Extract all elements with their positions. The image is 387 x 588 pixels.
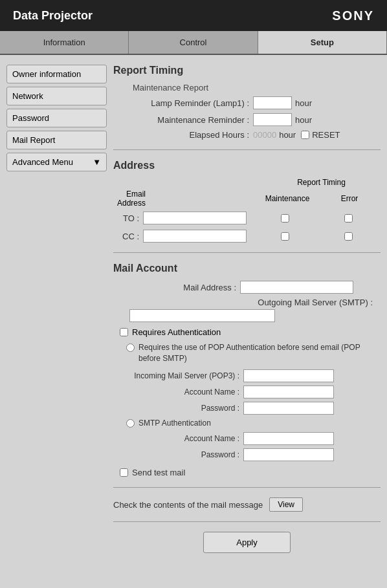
reset-checkbox[interactable] — [301, 131, 309, 139]
apply-button[interactable]: Apply — [203, 532, 291, 553]
advanced-menu-label: Advanced Menu — [12, 157, 73, 167]
smtp-account-name-label: Account Name : — [126, 434, 239, 443]
divider-1 — [113, 149, 381, 150]
sidebar-btn-advanced-menu[interactable]: Advanced Menu ▼ — [6, 153, 107, 171]
divider-4 — [113, 521, 381, 522]
pop-fields: Incoming Mail Server (POP3) : Account Na… — [126, 369, 381, 415]
pop-account-name-label: Account Name : — [126, 387, 239, 397]
pop-password-label: Password : — [126, 404, 239, 413]
pop-password-input[interactable] — [243, 402, 334, 415]
pop-auth-row: Requires the use of POP Authentication b… — [126, 342, 381, 364]
sidebar: Owner information Network Password Mail … — [6, 61, 107, 560]
check-mail-row: Check the contents of the mail message V… — [113, 497, 381, 512]
elapsed-hours-unit: hour — [279, 130, 296, 140]
smtp-auth-label: SMTP Authentication — [138, 418, 211, 429]
tab-bar: Information Control Setup — [0, 31, 387, 55]
pop-password-row: Password : — [126, 402, 381, 415]
smtp-account-name-row: Account Name : — [126, 432, 381, 445]
apply-row: Apply — [113, 532, 381, 553]
content-area: Report Timing Maintenance Report Lamp Re… — [113, 61, 381, 560]
sidebar-btn-password[interactable]: Password — [6, 109, 107, 127]
app-title: Data Projector — [13, 9, 93, 23]
tab-setup[interactable]: Setup — [258, 31, 387, 54]
lamp-reminder-label: Lamp Reminder (Lamp1) : — [126, 98, 249, 108]
maintenance-reminder-unit: hour — [295, 115, 312, 125]
smtp-password-row: Password : — [126, 448, 381, 461]
pop-auth-label: Requires the use of POP Authentication b… — [138, 342, 381, 364]
lamp-reminder-row: Lamp Reminder (Lamp1) : hour — [113, 96, 381, 109]
cc-row: CC : — [113, 230, 381, 243]
smtp-password-input[interactable] — [243, 448, 334, 461]
maintenance-reminder-label: Maintenance Reminder : — [126, 115, 249, 125]
send-test-checkbox[interactable] — [120, 468, 128, 477]
elapsed-hours-label: Elapsed Hours : — [126, 130, 249, 140]
view-button[interactable]: View — [269, 497, 303, 512]
report-timing-title: Report Timing — [113, 65, 381, 76]
maintenance-reminder-input[interactable] — [253, 113, 292, 126]
smtp-fields: Account Name : Password : — [126, 432, 381, 461]
smtp-password-label: Password : — [126, 450, 239, 459]
report-timing-section: Report Timing Maintenance Report Lamp Re… — [113, 65, 381, 140]
email-address-header: Email Address — [113, 190, 146, 208]
sidebar-btn-mail-report[interactable]: Mail Report — [6, 131, 107, 149]
app-brand: SONY — [332, 8, 374, 23]
to-maintenance-checkbox[interactable] — [281, 214, 289, 223]
requires-auth-row: Requires Authentication — [120, 327, 381, 337]
send-test-label: Send test mail — [132, 468, 185, 477]
mail-address-row: Mail Address : — [113, 281, 381, 294]
lamp-reminder-input[interactable] — [253, 96, 292, 109]
cc-maintenance-checkbox[interactable] — [281, 232, 289, 241]
tab-information[interactable]: Information — [0, 31, 129, 54]
main-layout: Owner information Network Password Mail … — [0, 55, 387, 566]
mail-address-input[interactable] — [240, 281, 353, 294]
divider-3 — [113, 487, 381, 488]
to-label: TO : — [113, 213, 139, 223]
mail-account-title: Mail Account — [113, 263, 381, 274]
tab-control[interactable]: Control — [129, 31, 258, 54]
advanced-menu-arrow-icon: ▼ — [93, 157, 101, 167]
elapsed-hours-value: 00000 — [253, 130, 276, 140]
smtp-auth-row: SMTP Authentication — [126, 418, 381, 429]
sidebar-btn-network[interactable]: Network — [6, 87, 107, 105]
outgoing-server-label: Outgoing Mail Server (SMTP) : — [113, 298, 377, 307]
address-section: Address Report Timing Email Address Main… — [113, 160, 381, 243]
divider-2 — [113, 252, 381, 253]
to-email-input[interactable] — [143, 212, 247, 224]
to-error-checkbox[interactable] — [344, 214, 353, 223]
incoming-mail-input[interactable] — [243, 369, 334, 382]
reset-label: RESET — [312, 130, 340, 140]
app-header: Data Projector SONY — [0, 0, 387, 31]
mail-address-label: Mail Address : — [113, 283, 236, 292]
check-mail-label: Check the contents of the mail message — [113, 500, 263, 510]
address-title: Address — [113, 160, 381, 171]
send-test-row: Send test mail — [120, 468, 381, 477]
lamp-reminder-unit: hour — [295, 98, 312, 108]
report-timing-col-header: Report Timing — [262, 178, 381, 187]
pop-auth-radio[interactable] — [126, 343, 135, 352]
cc-label: CC : — [113, 232, 139, 241]
smtp-auth-radio[interactable] — [126, 419, 135, 428]
error-col-header: Error — [318, 194, 381, 203]
to-row: TO : — [113, 212, 381, 224]
requires-auth-checkbox[interactable] — [120, 328, 128, 336]
requires-auth-label: Requires Authentication — [132, 327, 221, 337]
maintenance-col-header: Maintenance — [256, 194, 318, 203]
cc-email-input[interactable] — [143, 230, 247, 243]
sidebar-btn-owner-information[interactable]: Owner information — [6, 65, 107, 83]
pop-account-name-row: Account Name : — [126, 386, 381, 398]
smtp-account-name-input[interactable] — [243, 432, 334, 445]
outgoing-server-block: Outgoing Mail Server (SMTP) : — [113, 298, 381, 322]
incoming-mail-label: Incoming Mail Server (POP3) : — [126, 371, 239, 380]
mail-account-section: Mail Account Mail Address : Outgoing Mai… — [113, 263, 381, 477]
incoming-mail-row: Incoming Mail Server (POP3) : — [126, 369, 381, 382]
outgoing-server-input[interactable] — [129, 309, 275, 322]
cc-error-checkbox[interactable] — [344, 232, 353, 241]
maintenance-report-label: Maintenance Report — [133, 83, 381, 93]
maintenance-reminder-row: Maintenance Reminder : hour — [113, 113, 381, 126]
elapsed-hours-row: Elapsed Hours : 00000 hour RESET — [113, 130, 381, 140]
pop-account-name-input[interactable] — [243, 386, 334, 398]
